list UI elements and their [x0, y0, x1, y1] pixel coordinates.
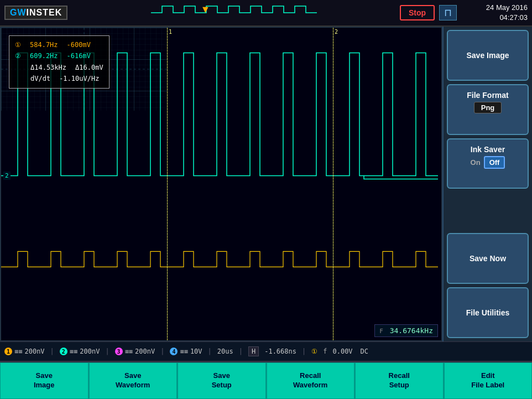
- bottom-btn-3[interactable]: RecallWaveform: [266, 362, 355, 399]
- ch1-scale: 200nV: [24, 348, 44, 355]
- time-div: 20us: [217, 348, 233, 355]
- waveform-preview: ▼: [76, 3, 391, 23]
- main-area: 1 2 2 ① 584.7Hz -600mV ② 609.2Hz -616mV …: [0, 27, 532, 341]
- ch2-status: 2 ≡≡ 200nV: [60, 348, 100, 355]
- bottom-btn-5[interactable]: EditFile Label: [444, 362, 533, 399]
- bottom-btn-2[interactable]: SaveSetup: [177, 362, 266, 399]
- dvdt-val: -1.10uV/Hz: [59, 73, 99, 84]
- ch1-freq: 584.7Hz: [30, 39, 58, 50]
- save-image-button[interactable]: Save Image: [447, 30, 529, 81]
- ch2-freq: 609.2Hz: [30, 50, 58, 61]
- ch4-number: 4: [170, 348, 178, 355]
- bottom-btn-0[interactable]: SaveImage: [0, 362, 88, 399]
- trigger-val: -1.668ns: [264, 348, 296, 355]
- ch3-status: 3 ≡≡ 200nV: [115, 348, 155, 355]
- bottom-btn-1[interactable]: SaveWaveform: [88, 362, 178, 399]
- stop-button[interactable]: Stop: [400, 5, 435, 20]
- cursor-2: 2: [333, 28, 333, 340]
- right-panel: Save Image File Format Png Ink Saver On …: [442, 27, 532, 341]
- bottom-btn-4[interactable]: RecallSetup: [354, 362, 444, 399]
- file-format-label: File Format: [467, 91, 508, 100]
- ch1-status: 1 ≡≡ 200nV: [4, 348, 45, 355]
- ink-saver-section: Ink Saver On Off: [447, 138, 529, 189]
- dvdt-label: dV/dt: [30, 73, 50, 84]
- trigger-mode-icon: ⊓: [439, 5, 457, 20]
- file-utilities-button[interactable]: File Utilities: [447, 287, 529, 338]
- status-bar: 1 ≡≡ 200nV | 2 ≡≡ 200nV | 3 ≡≡ 200nV | 4…: [0, 341, 532, 361]
- ch3-number: 3: [115, 348, 123, 355]
- top-bar: GWINSTEK ▼ Stop ⊓ 24 May 2016 04:27:03: [0, 0, 532, 27]
- ch2-volt: -616mV: [67, 50, 91, 61]
- scope-screen: 1 2 2 ① 584.7Hz -600mV ② 609.2Hz -616mV …: [0, 27, 442, 341]
- logo: GWINSTEK: [4, 6, 67, 20]
- bottom-buttons: SaveImageSaveWaveformSaveSetupRecallWave…: [0, 361, 532, 399]
- save-now-button[interactable]: Save Now: [447, 233, 529, 284]
- trigger-src-label: f: [323, 348, 327, 355]
- freq-val: 0.00V: [332, 348, 352, 355]
- ch2-number: 2: [60, 348, 67, 355]
- ink-on-label[interactable]: On: [471, 158, 481, 167]
- measurement-box: ① 584.7Hz -600mV ② 609.2Hz -616mV Δ14.53…: [9, 35, 109, 89]
- delta-freq: Δ14.53kHz: [30, 62, 66, 73]
- ch3-scale: 200nV: [135, 348, 155, 355]
- ch4-scale: 10V: [190, 348, 202, 355]
- ink-off-button[interactable]: Off: [484, 156, 505, 169]
- scope-freq-display: F 34.6764kHz: [374, 324, 438, 337]
- ch1-indicator: ①: [15, 39, 21, 50]
- cursor-1: 1: [167, 28, 168, 340]
- dc-label: DC: [361, 348, 368, 355]
- ch2-indicator: ②: [15, 50, 21, 61]
- ch1-volt: -600mV: [67, 39, 91, 50]
- ink-saver-label: Ink Saver: [471, 145, 505, 154]
- file-format-value[interactable]: Png: [474, 102, 502, 113]
- trigger-icon-status: H: [248, 346, 259, 356]
- datetime-display: 24 May 2016 04:27:03: [461, 3, 528, 23]
- ch2-axis-label: 2: [3, 172, 11, 180]
- delta-volt: Δ16.0mV: [75, 62, 103, 73]
- file-format-section: File Format Png: [447, 84, 529, 135]
- freq-icon: ①: [311, 348, 317, 355]
- ch1-number: 1: [4, 348, 12, 355]
- ch4-status: 4 ≡≡ 10V: [170, 348, 202, 355]
- ch2-scale: 200nV: [80, 348, 100, 355]
